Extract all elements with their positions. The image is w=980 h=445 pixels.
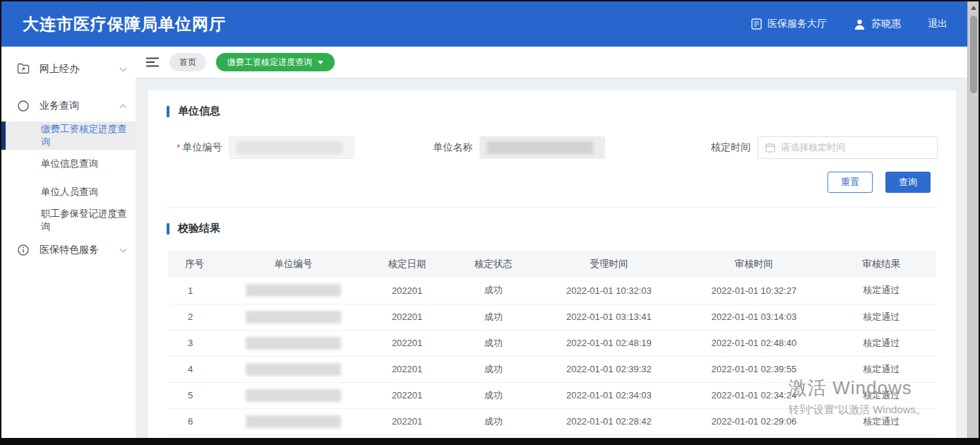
tab-bar: 首页 缴费工资核定进度查询	[136, 47, 967, 78]
cell-unit-code	[223, 278, 364, 304]
verify-time-picker[interactable]: 请选择核定时间	[758, 136, 938, 159]
logout-label: 退出	[928, 18, 948, 30]
content: 单位信息 * 单位编号 单位名称	[136, 78, 967, 438]
sidebar-item-online-handling[interactable]: 网上经办	[1, 54, 136, 85]
user-menu[interactable]: 苏晓惠	[854, 18, 901, 30]
query-form: * 单位编号 单位名称	[167, 136, 938, 159]
sidebar-item-special-services[interactable]: 医保特色服务	[1, 235, 136, 266]
sidebar-item-business-query[interactable]: 业务查询	[1, 90, 136, 121]
user-name: 苏晓惠	[871, 18, 901, 30]
sidebar-item-unit-info-query[interactable]: 单位信息查询	[1, 150, 136, 178]
tab-home[interactable]: 首页	[169, 53, 206, 71]
table-cell: 2022-01-01 02:39:55	[681, 356, 826, 382]
sidebar-subitem-label: 职工参保登记进度查询	[41, 208, 136, 233]
scrollbar-thumb[interactable]	[970, 16, 977, 93]
query-button[interactable]: 查询	[885, 172, 931, 193]
table-cell: 核定通过	[827, 304, 937, 330]
tab-active-wage-verification[interactable]: 缴费工资核定进度查询	[216, 53, 335, 71]
table-row: 2202201成功2022-01-01 03:13:412022-01-01 0…	[168, 304, 936, 330]
sidebar-item-wage-verification-progress[interactable]: 缴费工资核定进度查询	[1, 121, 136, 150]
collapse-menu-icon[interactable]	[145, 57, 160, 68]
redacted-unit-code	[246, 389, 341, 402]
col-seq: 序号	[168, 251, 223, 278]
table-cell: 核定通过	[827, 382, 937, 408]
table-cell: 核定通过	[827, 330, 937, 356]
service-hall-label: 医保服务大厅	[767, 18, 827, 30]
table-cell: 成功	[450, 304, 537, 330]
app-window: 大连市医疗保障局单位网厅 医保服务大厅 苏晓惠 退出	[0, 0, 980, 445]
tab-home-label: 首页	[179, 57, 196, 69]
section-title: 单位信息	[178, 105, 220, 118]
required-mark: *	[177, 142, 180, 153]
table-cell: 202201	[364, 382, 450, 408]
calendar-icon	[765, 143, 775, 153]
results-table-wrap: 序号 单位编号 核定日期 核定状态 受理时间 审核时间 审核结果	[167, 251, 938, 435]
table-row: 3202201成功2022-01-01 02:48:192022-01-01 0…	[168, 330, 936, 356]
table-row: 6202201成功2022-01-01 02:28:422022-01-01 0…	[168, 408, 936, 434]
main-area: 首页 缴费工资核定进度查询 单位信息 * 单位编号	[136, 47, 967, 438]
table-row: 5202201成功2022-01-01 02:34:032022-01-01 0…	[168, 382, 936, 408]
scroll-up-arrow-icon[interactable]	[971, 6, 976, 10]
unit-name-input[interactable]	[479, 136, 605, 159]
info-icon	[17, 244, 30, 256]
cell-unit-code	[223, 304, 364, 330]
table-cell: 202201	[364, 304, 450, 330]
redacted-unit-code	[246, 415, 341, 428]
unit-code-input[interactable]	[229, 136, 354, 159]
vertical-scrollbar[interactable]	[967, 1, 979, 438]
redacted-unit-code	[246, 363, 341, 376]
cell-unit-code	[223, 356, 364, 382]
reset-button[interactable]: 重置	[827, 172, 873, 193]
table-header-row: 序号 单位编号 核定日期 核定状态 受理时间 审核时间 审核结果	[168, 251, 936, 278]
table-cell: 1	[168, 278, 223, 304]
service-hall-link[interactable]: 医保服务大厅	[751, 18, 827, 30]
table-cell: 2022-01-01 03:13:41	[537, 304, 681, 330]
unit-code-field: * 单位编号	[177, 136, 354, 159]
sidebar: 网上经办 业务查询 缴费工资核定进度查询 单位信息查询 单位人员查询	[1, 47, 136, 438]
chevron-down-icon	[120, 245, 127, 252]
section-unit-info: 单位信息	[167, 105, 938, 118]
document-icon	[751, 18, 762, 30]
table-cell: 成功	[450, 330, 537, 356]
sidebar-item-label: 业务查询	[40, 100, 111, 112]
table-cell: 2022-01-01 02:48:19	[537, 330, 681, 356]
verify-time-placeholder: 请选择核定时间	[781, 141, 845, 154]
table-cell: 202201	[364, 278, 450, 304]
table-cell: 202201	[364, 330, 450, 356]
table-row: 4202201成功2022-01-01 02:39:322022-01-01 0…	[168, 356, 936, 382]
sidebar-item-employee-registration-progress[interactable]: 职工参保登记进度查询	[1, 206, 136, 235]
table-cell: 202201	[364, 408, 450, 434]
header: 大连市医疗保障局单位网厅 医保服务大厅 苏晓惠 退出	[1, 1, 967, 47]
col-audit-time: 审核时间	[681, 251, 826, 278]
table-cell: 6	[168, 408, 223, 434]
form-buttons: 重置 查询	[167, 172, 938, 193]
col-verify-date: 核定日期	[364, 251, 450, 278]
table-cell: 4	[168, 356, 223, 382]
table-row: 1202201成功2022-01-01 10:32:032022-01-01 1…	[168, 278, 936, 304]
tab-active-label: 缴费工资核定进度查询	[227, 57, 312, 69]
sidebar-submenu: 缴费工资核定进度查询 单位信息查询 单位人员查询 职工参保登记进度查询	[1, 121, 136, 235]
results-table: 序号 单位编号 核定日期 核定状态 受理时间 审核时间 审核结果	[168, 251, 936, 435]
table-cell: 2	[168, 304, 223, 330]
table-body: 1202201成功2022-01-01 10:32:032022-01-01 1…	[168, 278, 936, 434]
table-cell: 2022-01-01 02:39:32	[537, 356, 681, 382]
user-icon	[854, 18, 866, 30]
unit-code-label: 单位编号	[182, 141, 222, 154]
table-cell: 2022-01-01 10:32:03	[537, 278, 681, 304]
section-marker	[167, 106, 169, 117]
window-bottom-edge	[1, 438, 979, 444]
redacted-unit-code	[237, 141, 342, 154]
folder-icon	[17, 63, 30, 76]
sidebar-subitem-label: 缴费工资核定进度查询	[41, 123, 136, 148]
table-cell: 成功	[450, 356, 537, 382]
chevron-down-icon	[120, 64, 127, 71]
table-cell: 2022-01-01 02:34:24	[681, 382, 826, 408]
table-cell: 5	[168, 382, 223, 408]
table-cell: 成功	[450, 382, 537, 408]
redacted-unit-code	[246, 337, 341, 350]
table-cell: 2022-01-01 02:29:06	[681, 408, 826, 434]
table-cell: 2022-01-01 03:14:03	[681, 304, 826, 330]
sidebar-item-unit-personnel-query[interactable]: 单位人员查询	[1, 178, 136, 206]
logout-button[interactable]: 退出	[928, 18, 948, 30]
table-cell: 3	[168, 330, 223, 356]
